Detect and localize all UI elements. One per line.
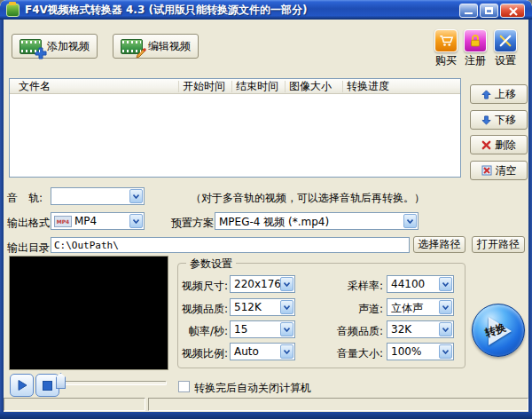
preset-label: 预置方案:	[171, 216, 217, 231]
minimize-icon	[465, 12, 473, 14]
buy-button[interactable]	[434, 29, 458, 52]
settings-button[interactable]	[494, 29, 517, 52]
window-title: F4V视频格式转换器 4.3 (试用版只能转换源文件的一部分)	[25, 0, 307, 20]
video-quality-label: 视频品质:	[173, 302, 228, 317]
mp4-format-icon: MP4	[54, 216, 72, 227]
minimize-button[interactable]	[459, 4, 478, 18]
maximize-button[interactable]	[480, 4, 498, 18]
delete-label: 删除	[495, 138, 516, 153]
aspect-ratio-select[interactable]: Auto	[230, 343, 295, 360]
add-video-button[interactable]: 添加视频	[12, 34, 98, 59]
tools-icon	[497, 33, 513, 49]
window-border-bottom	[0, 412, 532, 419]
title-bar[interactable]: F4V视频格式转换器 4.3 (试用版只能转换源文件的一部分)	[0, 0, 532, 20]
pencil-icon	[134, 46, 148, 60]
chevron-down-icon[interactable]	[439, 277, 452, 291]
column-separator	[285, 81, 286, 92]
edit-video-button[interactable]: 编辑视频	[113, 34, 199, 59]
column-separator	[231, 81, 232, 92]
audio-track-label: 音 轨:	[7, 191, 43, 206]
shutdown-checkbox-label: 转换完后自动关闭计算机	[194, 381, 311, 396]
video-size-value: 220x176	[234, 278, 281, 290]
maximize-icon	[485, 7, 493, 14]
frame-rate-select[interactable]: 15	[230, 320, 295, 338]
sample-rate-select[interactable]: 44100	[387, 275, 454, 293]
choose-path-button[interactable]: 选择路径	[413, 236, 466, 253]
clear-icon	[481, 165, 492, 176]
audio-track-hint: （对于多音轨的视频，可以选择音轨后再转换。）	[191, 191, 425, 206]
aspect-ratio-label: 视频比例:	[173, 346, 228, 361]
output-format-value: MP4	[74, 215, 97, 227]
sample-rate-label: 采样率:	[326, 279, 383, 294]
status-panel-right	[148, 398, 528, 411]
column-progress[interactable]: 转换进度	[347, 79, 389, 94]
plus-icon	[35, 47, 47, 59]
volume-label: 音量大小:	[326, 346, 383, 361]
seek-slider-track[interactable]	[64, 381, 167, 385]
close-icon	[501, 4, 526, 19]
file-list[interactable]: 文件名 开始时间 结束时间 图像大小 转换进度	[9, 78, 461, 178]
aspect-ratio-value: Auto	[234, 345, 259, 358]
volume-select[interactable]: 100%	[387, 343, 454, 360]
sample-rate-value: 44100	[391, 278, 425, 290]
arrow-up-icon	[481, 90, 491, 99]
move-up-button[interactable]: 上移	[470, 84, 528, 104]
stop-button[interactable]	[35, 374, 59, 397]
column-starttime[interactable]: 开始时间	[183, 79, 225, 94]
register-label: 注册	[460, 53, 490, 68]
delete-button[interactable]: 删除	[470, 135, 528, 154]
chevron-down-icon[interactable]	[280, 300, 293, 314]
chevron-down-icon[interactable]	[439, 344, 452, 359]
add-video-icon	[20, 39, 42, 54]
app-window: F4V视频格式转换器 4.3 (试用版只能转换源文件的一部分) 添加视频 编辑视…	[0, 0, 532, 419]
preset-select[interactable]: MPEG-4 视频 (*.mp4)	[215, 212, 419, 230]
edit-video-label: 编辑视频	[148, 39, 191, 54]
buy-label: 购买	[431, 53, 461, 68]
shutdown-checkbox[interactable]	[178, 381, 190, 392]
video-quality-select[interactable]: 512K	[230, 298, 295, 316]
video-preview	[9, 256, 168, 370]
output-dir-input[interactable]: C:\OutPath\	[51, 237, 410, 253]
audio-quality-select[interactable]: 32K	[387, 320, 454, 338]
output-format-label: 输出格式:	[7, 216, 53, 231]
column-imagesize[interactable]: 图像大小	[289, 79, 332, 94]
video-size-label: 视频尺寸:	[173, 279, 228, 294]
frame-rate-value: 15	[234, 323, 247, 336]
chevron-down-icon[interactable]	[403, 214, 417, 228]
chevron-down-icon[interactable]	[280, 322, 293, 336]
channels-label: 声道:	[326, 302, 383, 317]
convert-button[interactable]: 转换	[472, 304, 525, 357]
clear-label: 清空	[496, 163, 517, 178]
column-filename[interactable]: 文件名	[19, 79, 51, 94]
chevron-down-icon[interactable]	[129, 189, 143, 203]
audio-quality-label: 音频品质:	[326, 324, 383, 339]
open-path-button[interactable]: 打开路径	[472, 236, 525, 253]
close-button[interactable]	[500, 4, 525, 18]
channels-value: 立体声	[391, 301, 423, 316]
chevron-down-icon[interactable]	[280, 277, 293, 291]
clear-button[interactable]: 清空	[470, 161, 528, 180]
play-button[interactable]	[10, 374, 34, 397]
video-quality-value: 512K	[234, 301, 262, 313]
video-size-select[interactable]: 220x176	[230, 275, 295, 293]
window-border-right	[528, 20, 532, 419]
register-button[interactable]	[464, 29, 487, 52]
output-format-select[interactable]: MP4 MP4	[51, 212, 145, 230]
chevron-down-icon[interactable]	[280, 344, 293, 359]
play-icon	[16, 379, 28, 391]
volume-value: 100%	[391, 345, 421, 358]
channels-select[interactable]: 立体声	[387, 298, 454, 316]
shopping-cart-icon	[438, 33, 454, 49]
settings-label: 设置	[490, 53, 520, 68]
add-video-label: 添加视频	[47, 39, 90, 54]
chevron-down-icon[interactable]	[439, 322, 452, 336]
app-icon	[6, 4, 20, 17]
column-endtime[interactable]: 结束时间	[236, 79, 278, 94]
output-dir-label: 输出目录:	[7, 241, 53, 256]
move-down-button[interactable]: 下移	[470, 110, 528, 130]
chevron-down-icon[interactable]	[439, 300, 452, 314]
chevron-down-icon[interactable]	[129, 214, 143, 228]
file-list-body[interactable]	[10, 95, 460, 177]
audio-track-select[interactable]	[51, 187, 145, 205]
column-separator	[342, 81, 343, 92]
